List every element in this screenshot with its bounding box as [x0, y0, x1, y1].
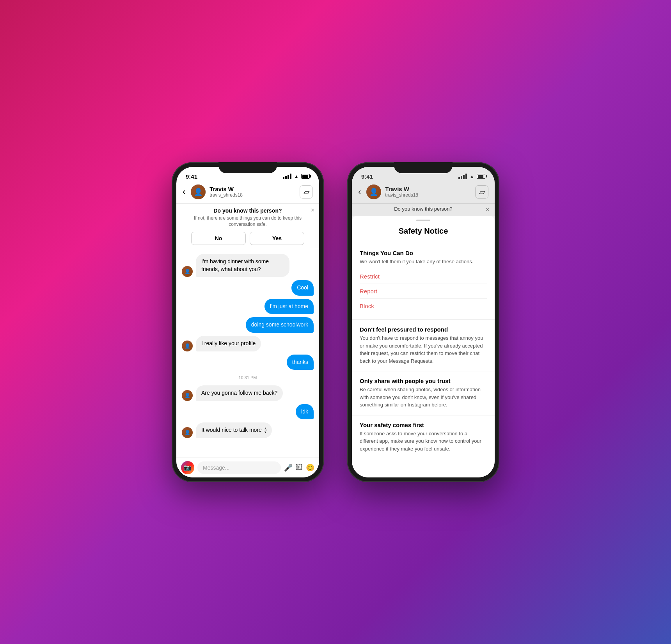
video-call-button-2[interactable]: ▱ — [475, 185, 488, 199]
avatar-image-1: 👤 — [191, 185, 206, 199]
phone-notch — [218, 162, 277, 173]
video-call-icon-2: ▱ — [479, 187, 485, 197]
messages-area-1: 👤 I'm having dinner with some friends, w… — [176, 249, 319, 457]
actions-list: Restrict Report Block — [360, 265, 487, 313]
table-row: idk — [182, 404, 314, 420]
your-safety-text: If someone asks to move your conversatio… — [360, 430, 487, 453]
avatar-image-2: 👤 — [366, 185, 381, 199]
phone-1: 9:41 ▲ ‹ 👤 Travis W — [172, 162, 324, 482]
no-pressure-section: Don't feel pressured to respond You don'… — [352, 320, 495, 371]
input-bar-1: 📷 Message... 🎤 🖼 😊 — [176, 458, 319, 477]
yes-button-1[interactable]: Yes — [250, 232, 304, 245]
table-row: 👤 I really like your profile — [182, 336, 314, 351]
no-pressure-text: You don't have to respond to messages th… — [360, 334, 487, 365]
table-row: thanks — [182, 355, 314, 370]
back-button-2[interactable]: ‹ — [358, 187, 362, 197]
table-row: I'm just at home — [182, 299, 314, 314]
avatar-1: 👤 — [191, 185, 206, 199]
wifi-icon: ▲ — [294, 174, 299, 179]
restrict-link[interactable]: Restrict — [360, 269, 487, 284]
know-person-banner-2: × Do you know this person? — [352, 204, 495, 216]
status-time-1: 9:41 — [186, 173, 197, 180]
message-input[interactable]: Message... — [197, 461, 281, 474]
chat-header-1: ‹ 👤 Travis W travis_shreds18 ▱ — [176, 181, 319, 204]
video-call-button-1[interactable]: ▱ — [300, 185, 313, 199]
back-button-1[interactable]: ‹ — [183, 187, 187, 197]
list-item: Cool — [291, 280, 314, 296]
things-heading: Things You Can Do — [360, 250, 487, 256]
status-icons-2: ▲ — [458, 174, 485, 179]
no-button-1[interactable]: No — [191, 232, 246, 245]
banner-buttons-1: No Yes — [183, 232, 313, 245]
banner-subtitle-1: If not, there are some things you can do… — [183, 215, 313, 228]
chat-header-2: ‹ 👤 Travis W travis_shreds18 ▱ — [352, 181, 495, 204]
banner-title-2: Do you know this person? — [358, 206, 488, 212]
contact-name-1: Travis W — [209, 186, 296, 192]
phone-2-notch — [394, 162, 453, 173]
only-share-text: Be careful when sharing photos, videos o… — [360, 386, 487, 409]
gallery-icon[interactable]: 🖼 — [296, 463, 303, 472]
table-row: 👤 Are you gonna follow me back? — [182, 385, 314, 401]
sheet-handle — [416, 220, 430, 221]
phone-2-screen: 9:41 ▲ ‹ 👤 Travis W — [352, 167, 495, 477]
banner-title-1: Do you know this person? — [183, 208, 313, 214]
wifi-icon-2: ▲ — [469, 174, 474, 179]
list-item: I really like your profile — [196, 336, 261, 351]
no-pressure-heading: Don't feel pressured to respond — [360, 326, 487, 333]
camera-button[interactable]: 📷 — [181, 461, 194, 474]
contact-info-1: Travis W travis_shreds18 — [209, 186, 296, 198]
phone-1-screen: 9:41 ▲ ‹ 👤 Travis W — [176, 167, 319, 477]
block-link[interactable]: Block — [360, 299, 487, 313]
report-link[interactable]: Report — [360, 284, 487, 299]
phone-2: 9:41 ▲ ‹ 👤 Travis W — [347, 162, 499, 482]
banner-close-button-2[interactable]: × — [486, 206, 489, 213]
camera-icon: 📷 — [184, 464, 192, 471]
list-item: doing some schoolwork — [246, 317, 314, 333]
time-divider: 10:31 PM — [182, 375, 314, 380]
avatar-2: 👤 — [366, 185, 381, 199]
contact-handle-2: travis_shreds18 — [385, 192, 471, 198]
signal-icon — [283, 174, 291, 179]
battery-icon — [301, 174, 310, 179]
safety-sheet: Safety Notice Things You Can Do We won't… — [352, 216, 495, 477]
table-row: 👤 It would nice to talk more :) — [182, 422, 314, 438]
safety-title: Safety Notice — [352, 227, 495, 236]
your-safety-heading: Your safety comes first — [360, 422, 487, 428]
avatar: 👤 — [182, 427, 193, 438]
contact-info-2: Travis W travis_shreds18 — [385, 186, 471, 198]
list-item: idk — [296, 404, 314, 420]
table-row: Cool — [182, 280, 314, 296]
contact-name-2: Travis W — [385, 186, 471, 192]
avatar: 👤 — [182, 390, 193, 401]
battery-icon-2 — [477, 174, 485, 179]
list-item: I'm just at home — [264, 299, 314, 314]
your-safety-section: Your safety comes first If someone asks … — [352, 415, 495, 459]
status-time-2: 9:41 — [361, 173, 373, 180]
table-row: 👤 I'm having dinner with some friends, w… — [182, 254, 314, 277]
things-subtext: We won't tell them if you take any of th… — [360, 258, 487, 266]
only-share-heading: Only share with people you trust — [360, 378, 487, 384]
status-icons-1: ▲ — [283, 174, 310, 179]
list-item: thanks — [287, 355, 314, 370]
list-item: I'm having dinner with some friends, wha… — [196, 254, 289, 277]
avatar: 👤 — [182, 266, 193, 277]
contact-handle-1: travis_shreds18 — [209, 192, 296, 198]
table-row: doing some schoolwork — [182, 317, 314, 333]
know-person-banner-1: × Do you know this person? If not, there… — [176, 204, 319, 250]
signal-icon-2 — [458, 174, 467, 179]
list-item: It would nice to talk more :) — [196, 422, 272, 438]
banner-close-button-1[interactable]: × — [311, 207, 314, 214]
avatar: 👤 — [182, 341, 193, 351]
sticker-icon[interactable]: 😊 — [306, 463, 314, 472]
video-call-icon: ▱ — [304, 187, 309, 197]
mic-icon[interactable]: 🎤 — [284, 463, 293, 472]
only-share-section: Only share with people you trust Be care… — [352, 371, 495, 415]
things-section: Things You Can Do We won't tell them if … — [352, 243, 495, 320]
list-item: Are you gonna follow me back? — [196, 385, 283, 401]
